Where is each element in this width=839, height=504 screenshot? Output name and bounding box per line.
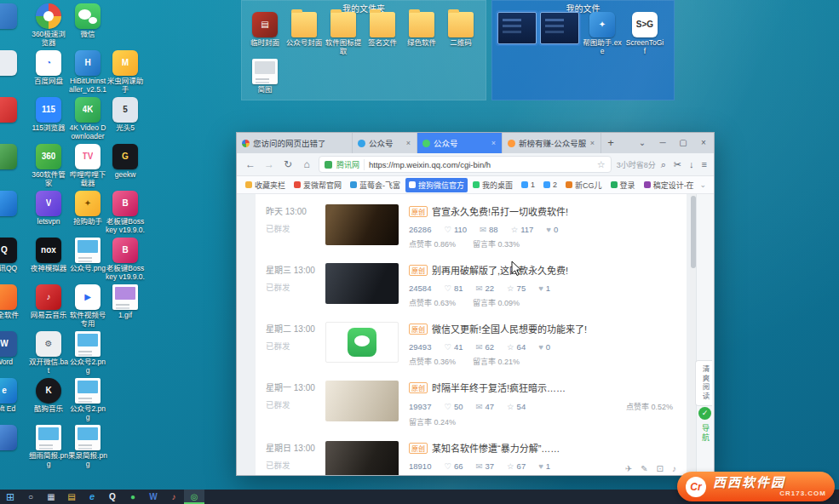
bookmark-item[interactable]: 蓝莓会-飞富 [347, 178, 404, 192]
download-icon[interactable]: ↓ [689, 159, 694, 169]
tab-close-icon[interactable]: × [491, 139, 497, 147]
start-button[interactable]: ⊞ [0, 490, 20, 504]
desktop-icon[interactable]: B 老板键Bosskey v19.9.0.3 [106, 191, 145, 238]
widgets-icon[interactable]: ⊡ [657, 464, 664, 473]
bookmark-item[interactable]: 爱微帮官网 [290, 178, 345, 192]
new-tab-button[interactable]: + [601, 133, 620, 153]
article-row[interactable]: 昨天 13:00 已群发 原创 官宣永久免费!吊打一切收费软件! [256, 198, 687, 256]
desktop-icon[interactable] [538, 12, 581, 59]
wechat-icon[interactable]: ● [123, 490, 143, 504]
address-bar[interactable]: 腾讯网 https://mp.weixin.qq.com/cgi-bin/h ☆ [319, 156, 612, 173]
desktop-icon[interactable]: S>G ScreenToGif [624, 12, 666, 59]
qq-icon[interactable]: Q [102, 490, 123, 504]
desktop-icon[interactable]: 公众号2.png [68, 378, 107, 425]
bookmark-item[interactable]: 搜狗微信官方 [405, 178, 468, 192]
search-icon[interactable]: ⌕ [661, 159, 666, 170]
article-title[interactable]: 微信又更新!全国人民想要的功能来了! [432, 322, 587, 335]
reader-mode-tab[interactable]: 清爽阅读 [695, 360, 712, 406]
article-row[interactable]: 星期一 13:00 已群发 原创 时隔半年终于复活!疯狂暗示…… [256, 374, 687, 434]
article-row[interactable]: 星期二 13:00 已群发 原创 微信又更新!全国人民想要的功能来了! [256, 315, 687, 374]
desktop-icon[interactable]: 360 360软件管家 [29, 144, 68, 191]
article-title[interactable]: 某知名软件惨遭“暴力分解”…… [432, 441, 560, 455]
desktop-icon[interactable]: ▤ 临时封面 [245, 12, 284, 59]
desktop-icon[interactable]: 二维码 [441, 12, 480, 59]
desktop-icon[interactable]: H HiBitUninstaller_v2.5.15 [68, 50, 107, 97]
desktop-icon[interactable]: 果泉简报.png [68, 425, 107, 472]
menu-icon[interactable]: ≡ [702, 159, 707, 169]
word-icon[interactable]: W [143, 490, 164, 504]
file-explorer-icon[interactable]: ▤ [61, 490, 82, 504]
desktop-icon[interactable]: M 米虫网课助手 [106, 50, 145, 97]
share-icon[interactable]: ✈ [625, 464, 632, 473]
money-saving-badge[interactable]: 3小时省8分 [617, 159, 656, 170]
bookmark-star-icon[interactable]: ☆ [597, 159, 606, 170]
bookmark-item[interactable]: 新CG儿 [562, 178, 606, 192]
desktop-icon[interactable]: ♪ 网易云音乐 [29, 284, 68, 331]
desktop-icon[interactable]: 签名文件 [363, 12, 402, 59]
desktop-icon[interactable]: ▶ 软件视频号专用 [68, 284, 107, 331]
tab-list-icon[interactable]: ⌄ [632, 133, 652, 153]
desktop-icon[interactable]: Q 腾讯QQ [0, 238, 24, 284]
desktop-icon[interactable]: 绿色软件 [402, 12, 441, 59]
article-thumbnail[interactable] [325, 322, 399, 363]
maximize-button[interactable]: ▢ [673, 133, 693, 153]
desktop-icon[interactable] [106, 3, 145, 50]
article-thumbnail[interactable] [325, 381, 399, 421]
bookmark-item[interactable]: 收藏夹栏 [242, 178, 289, 192]
tab-close-icon[interactable]: × [589, 139, 595, 147]
nav-shortcut-icon[interactable]: ✓ [698, 407, 711, 420]
home-icon[interactable]: ⌂ [300, 158, 313, 170]
back-icon[interactable]: ← [244, 158, 257, 170]
desktop-icon[interactable]: ◔ 百度网盘 [29, 50, 68, 97]
desktop-icon[interactable]: G geekw [106, 144, 145, 191]
close-button[interactable]: × [693, 133, 714, 153]
browser-tab[interactable]: 公众号 × [417, 133, 503, 153]
desktop-icon[interactable]: 1.gif [106, 284, 145, 331]
desktop-icon[interactable]: ✦ 抢购助手 [68, 191, 107, 238]
desktop-icon[interactable]: 4K 4K Video Downloader [68, 97, 107, 144]
desktop-icon[interactable]: 安全软件 [0, 284, 24, 331]
desktop-icon[interactable]: 公众号2.png [68, 331, 107, 378]
bookmark-item[interactable]: 我的桌面 [469, 178, 516, 192]
browser-360-icon[interactable]: ◎ [184, 490, 204, 504]
article-row[interactable]: 星期三 13:00 已群发 原创 别再用破解版了,这四款永久免费! [256, 256, 687, 315]
desktop-icon[interactable]: 5 光头5 [106, 97, 145, 144]
browser-tab[interactable]: 您访问的网页出错了 [237, 133, 353, 153]
desktop-icon[interactable]: 360极速浏览器 [29, 3, 68, 50]
volume-icon[interactable]: ♪ [672, 464, 676, 473]
url-text[interactable]: https://mp.weixin.qq.com/cgi-bin/h [369, 160, 593, 169]
desktop-icon[interactable]: V letsvpn [29, 191, 68, 238]
desktop-icon[interactable]: ✦ 帮图助手.exe [581, 12, 624, 59]
minimize-button[interactable]: ─ [652, 133, 673, 153]
article-thumbnail[interactable] [325, 263, 399, 304]
bookmarks-overflow-icon[interactable]: ⌄ [697, 180, 709, 189]
desktop-icon[interactable]: 细雨简报.png [29, 425, 68, 472]
desktop-icon[interactable]: 软件图标提取 [324, 12, 363, 59]
desktop-icon[interactable] [0, 425, 24, 472]
desktop-icon[interactable]: 公众号.png [68, 238, 107, 284]
bookmark-item[interactable]: 1 [518, 179, 538, 191]
article-title[interactable]: 时隔半年终于复活!疯狂暗示…… [432, 381, 566, 394]
desktop-icon[interactable]: e soft Ed [0, 378, 24, 425]
browser-tab[interactable]: 新榜有赚-公众号服 × [503, 133, 601, 153]
article-thumbnail[interactable]: ● ● ● ● [325, 441, 399, 475]
desktop-icon[interactable] [0, 3, 24, 50]
desktop-icon[interactable]: W Word [0, 331, 24, 378]
browser-tab[interactable]: 公众号 × [353, 133, 417, 153]
desktop-icon[interactable] [0, 50, 24, 97]
article-title[interactable]: 官宣永久免费!吊打一切收费软件! [432, 204, 568, 218]
desktop-icon[interactable] [496, 12, 538, 59]
desktop-icon[interactable]: ⚙ 双开微信.bat [29, 331, 68, 378]
desktop-icon[interactable] [0, 97, 24, 144]
article-title[interactable]: 别再用破解版了,这四款永久免费! [432, 263, 568, 277]
desktop-icon[interactable]: K 酷狗音乐 [29, 378, 68, 425]
desktop-icon[interactable]: 简图 [245, 59, 284, 106]
task-view-icon[interactable]: ▦ [41, 490, 61, 504]
desktop-icon[interactable] [0, 191, 24, 238]
article-row[interactable]: 星期日 13:00 已群发 ● ● ● ● 原创 某知名软件惨遭“暴力分解”…… [256, 434, 687, 475]
music-icon[interactable]: ♪ [164, 490, 184, 504]
desktop-icon[interactable]: nox 夜神模拟器 [29, 238, 68, 284]
desktop-icon[interactable]: 微信 [68, 3, 107, 50]
bookmark-item[interactable]: 登录 [607, 178, 639, 192]
edit-icon[interactable]: ✎ [641, 464, 647, 473]
